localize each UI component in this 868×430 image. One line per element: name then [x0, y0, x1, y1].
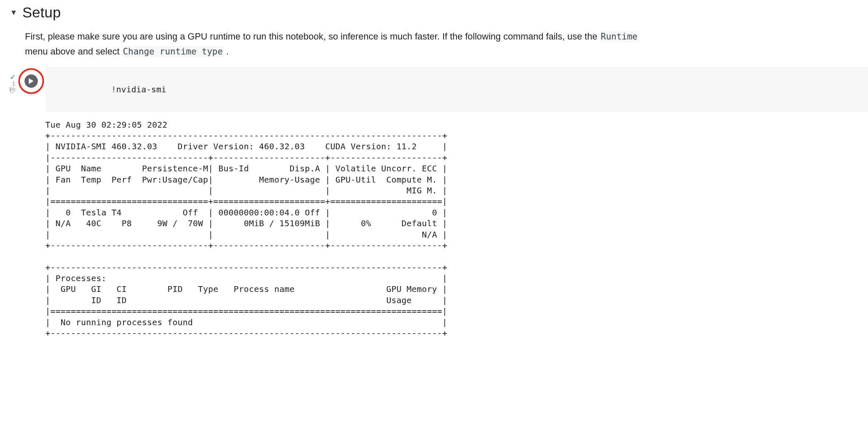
section-title: Setup — [22, 4, 61, 21]
exec-duration-unit: 秒 — [9, 86, 15, 93]
markdown-cell: First, please make sure you are using a … — [0, 21, 649, 59]
section-header[interactable]: ▼ Setup — [0, 0, 868, 21]
cell-content: !nvidia-smi Tue Aug 30 02:29:05 2022 +--… — [45, 67, 868, 339]
exec-area — [17, 67, 45, 92]
code-input[interactable]: !nvidia-smi — [45, 67, 868, 112]
notebook: ▼ Setup First, please make sure you are … — [0, 0, 868, 347]
chevron-down-icon[interactable]: ▼ — [10, 8, 17, 17]
cell-output: Tue Aug 30 02:29:05 2022 +--------------… — [45, 112, 868, 339]
markdown-text: First, please make sure you are using a … — [25, 31, 600, 42]
cell-gutter: ✓ 1 秒 — [6, 67, 17, 93]
markdown-text: . — [226, 46, 229, 57]
code-cell: ✓ 1 秒 !nvidia-smi Tue Aug 30 0 — [0, 67, 868, 339]
exec-duration-number: 1 — [12, 80, 15, 86]
run-cell-button[interactable] — [20, 70, 42, 92]
markdown-text: menu above and select — [25, 46, 122, 57]
inline-code-runtime: Runtime — [600, 31, 639, 42]
code-token-bang: ! — [111, 84, 116, 94]
run-ring-icon — [18, 68, 44, 94]
inline-code-changetype: Change runtime type — [122, 46, 224, 57]
check-icon: ✓ — [10, 74, 15, 80]
code-token-ident: nvidia-smi — [116, 84, 166, 94]
